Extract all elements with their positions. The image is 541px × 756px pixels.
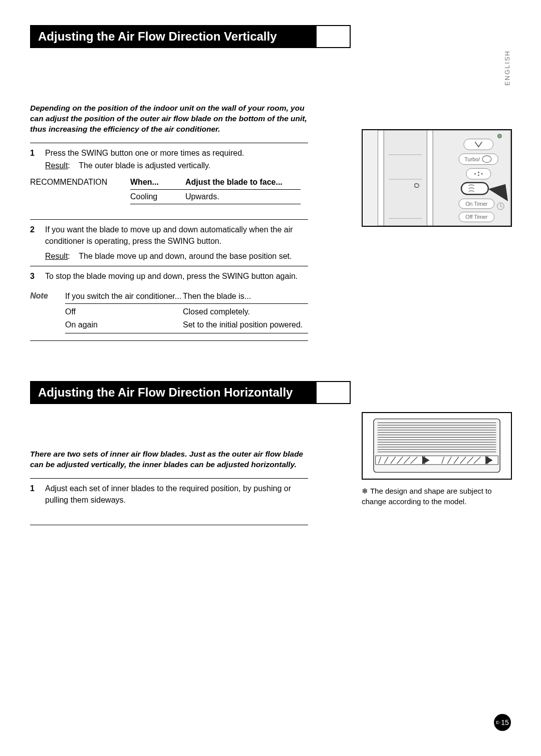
note-on-blade: Set to the initial position powered. [183,318,308,331]
step-number: 3 [30,270,45,282]
note-on: On again [65,318,183,331]
svg-point-12 [478,172,479,173]
disclaimer-text: The design and shape are subject to chan… [362,487,492,506]
divider [30,340,308,341]
svg-rect-42 [376,456,498,464]
svg-rect-15 [461,183,488,195]
language-tab: ENGLISH [503,50,511,86]
note-header-switch: If you switch the air conditioner... [65,290,183,303]
section-title-horizontally: Adjusting the Air Flow Direction Horizon… [30,381,351,404]
rec-when: Cooling [130,191,185,203]
svg-rect-6 [464,139,493,150]
step-number: 1 [30,147,45,171]
divider [30,525,308,525]
step-3: 3 To stop the blade moving up and down, … [30,266,308,286]
rec-header-when: When... [130,176,185,188]
svg-point-5 [497,134,501,138]
note-header-blade: Then the blade is... [183,290,308,303]
svg-rect-3 [427,130,433,226]
result-text: The blade move up and down, around the b… [79,252,292,260]
step-text: If you want the blade to move up and dow… [45,224,308,247]
snowflake-icon: ❄ [362,487,368,495]
svg-rect-2 [384,130,427,226]
page-number: 15 [501,718,509,726]
remote-control-illustration: Turbo/ On Timer Off Timer [362,129,512,227]
step-text: Press the SWING button one or more times… [45,147,308,159]
page-prefix: E- [496,720,500,725]
section-title-text: Adjusting the Air Flow Direction Vertica… [31,26,317,47]
page-number-badge: E-15 [494,714,511,731]
step-number: 2 [30,224,45,262]
section2-intro: There are two sets of inner air flow bla… [30,449,308,470]
disclaimer: ❄ The design and shape are subject to ch… [362,486,512,507]
step-text: Adjust each set of inner blades to the r… [45,483,308,506]
rec-adjust: Upwards. [185,191,308,203]
step-number: 1 [30,483,45,506]
section1-intro: Depending on the position of the indoor … [30,103,308,135]
step-2: 2 If you want the blade to move up and d… [30,220,308,266]
note-label: Note [30,290,65,303]
result-label: Result [45,252,68,260]
svg-rect-10 [466,168,491,179]
ac-unit-illustration [362,412,512,480]
svg-text:Turbo/: Turbo/ [464,156,480,162]
step-text: To stop the blade moving up and down, pr… [45,270,308,282]
note-row: Note If you switch the air conditioner..… [30,286,308,304]
section-title-text: Adjusting the Air Flow Direction Horizon… [31,382,317,403]
svg-point-14 [478,175,479,176]
rec-header-adjust: Adjust the blade to face... [185,176,308,188]
note-off: Off [65,305,183,318]
svg-text:Off Timer: Off Timer [465,214,487,220]
result-label: Result [45,161,68,170]
svg-point-11 [474,173,476,175]
section-title-vertically: Adjusting the Air Flow Direction Vertica… [30,25,351,48]
recommendation-label: RECOMMENDATION [30,176,130,188]
svg-point-13 [481,173,483,175]
svg-text:On Timer: On Timer [465,201,488,207]
note-off-blade: Closed completely. [183,305,308,318]
step-1: 1 Press the SWING button one or more tim… [30,143,308,175]
svg-rect-1 [378,130,384,226]
result-text: The outer blade is adjusted vertically. [79,161,210,170]
step-1-horizontal: 1 Adjust each set of inner blades to the… [30,479,308,510]
